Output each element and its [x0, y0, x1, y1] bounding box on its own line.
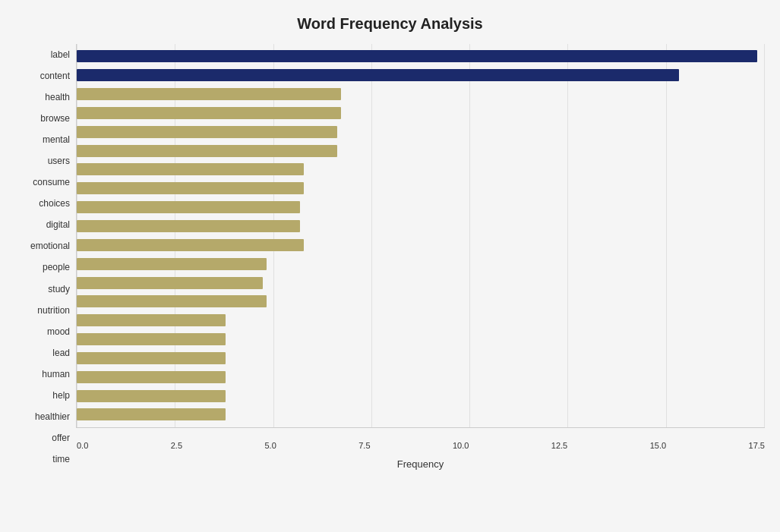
y-label: healthier [35, 412, 70, 421]
y-label: people [43, 263, 70, 272]
bar-row [77, 275, 765, 291]
y-label: choices [39, 199, 70, 208]
bar [77, 239, 304, 251]
bar [77, 277, 263, 289]
y-label: label [51, 50, 70, 59]
bar [77, 408, 226, 420]
bar-row [77, 67, 765, 83]
bar [77, 126, 337, 138]
y-label: consume [33, 178, 70, 187]
y-label: lead [52, 348, 70, 357]
x-axis-tick-label: 10.0 [453, 441, 469, 450]
y-label: human [42, 370, 70, 379]
y-label: mental [43, 135, 70, 144]
y-label: health [45, 93, 70, 102]
y-axis: labelcontenthealthbrowsementalusersconsu… [15, 44, 76, 470]
bar-row [77, 124, 765, 140]
bar-row [77, 256, 765, 272]
bar-row [77, 48, 765, 65]
bar-row [77, 350, 765, 367]
y-label: emotional [30, 241, 70, 250]
x-axis-labels: 0.02.55.07.510.012.515.017.5 [77, 441, 765, 450]
plot-area: 0.02.55.07.510.012.515.017.5 [76, 44, 765, 428]
bar [77, 295, 267, 307]
bar [77, 352, 226, 364]
bar [77, 145, 337, 157]
bar-row [77, 161, 765, 178]
y-label: content [40, 71, 70, 80]
bar-row [77, 237, 765, 253]
x-axis-tick-label: 0.0 [77, 441, 88, 450]
bar-row [77, 388, 765, 405]
bar [77, 201, 300, 213]
bar-row [77, 180, 765, 197]
chart-title: Word Frequency Analysis [15, 15, 765, 33]
bar [77, 88, 341, 100]
x-axis-tick-label: 7.5 [358, 441, 370, 450]
y-label: browse [40, 114, 70, 123]
bar [77, 69, 679, 81]
y-label: offer [52, 433, 70, 442]
x-axis-tick-label: 17.5 [749, 441, 765, 450]
bar [77, 390, 226, 402]
bar [77, 333, 226, 345]
bars-container [77, 44, 765, 427]
bar [77, 182, 304, 194]
bar-row [77, 293, 765, 310]
bar-row [77, 312, 765, 329]
y-label: time [52, 455, 70, 464]
bar [77, 314, 226, 326]
x-axis-tick-label: 2.5 [171, 441, 182, 450]
plot-wrapper: 0.02.55.07.510.012.515.017.5 Frequency [76, 44, 765, 470]
bar-row [77, 218, 765, 235]
x-axis-title: Frequency [76, 458, 765, 470]
y-label: nutrition [37, 306, 70, 315]
bar-row [77, 199, 765, 216]
bar [77, 371, 226, 383]
bar-row [77, 105, 765, 121]
bar [77, 220, 300, 232]
x-axis-tick-label: 5.0 [264, 441, 276, 450]
bar-row [77, 331, 765, 348]
y-label: study [48, 285, 70, 294]
y-label: users [48, 156, 70, 165]
x-axis-tick-label: 12.5 [551, 441, 567, 450]
bar-row [77, 406, 765, 423]
bar-row [77, 369, 765, 386]
chart-area: labelcontenthealthbrowsementalusersconsu… [15, 44, 765, 470]
chart-container: Word Frequency Analysis labelcontentheal… [0, 0, 780, 532]
bar [77, 258, 267, 270]
bar-row [77, 143, 765, 159]
bar [77, 163, 304, 175]
bar [77, 107, 341, 119]
bar [77, 50, 757, 62]
bar-row [77, 86, 765, 102]
x-axis-tick-label: 15.0 [650, 441, 666, 450]
y-label: digital [46, 220, 70, 229]
y-label: mood [47, 327, 70, 336]
y-label: help [52, 391, 70, 400]
